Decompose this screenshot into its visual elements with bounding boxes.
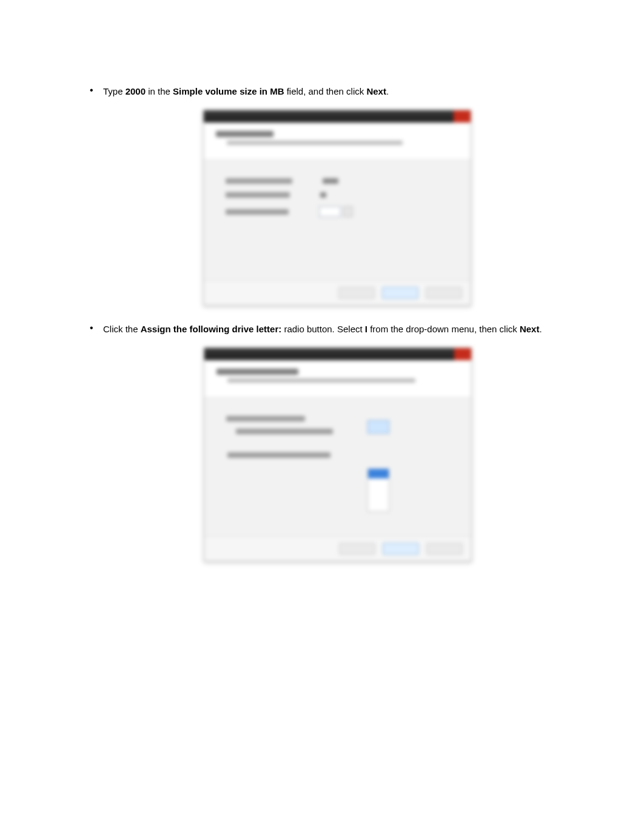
- row-label: Minimum disk space in MB:: [226, 192, 290, 198]
- cancel-button[interactable]: Cancel: [426, 287, 462, 299]
- row-label: Maximum disk space in MB:: [226, 178, 292, 184]
- drive-letter-dropdown[interactable]: I: [367, 420, 389, 512]
- bold: 2000: [126, 86, 146, 96]
- row-value: 2045: [323, 178, 338, 184]
- text: from the drop-down menu, then click: [367, 324, 520, 334]
- next-button[interactable]: Next >: [383, 543, 419, 555]
- bold: Next: [366, 86, 386, 96]
- dialog-heading: Specify Volume Size: [216, 131, 273, 137]
- dialog-titlebar: New Simple Volume Wizard: [204, 348, 471, 360]
- dropdown-list[interactable]: [367, 469, 389, 512]
- cancel-button[interactable]: Cancel: [426, 543, 463, 555]
- dialog-body: Assign the following drive letter: Mount…: [204, 398, 471, 536]
- instruction-step-2: Click the Assign the following drive let…: [73, 323, 571, 562]
- bold: Simple volume size in MB: [173, 86, 284, 96]
- spinner-icon[interactable]: [343, 206, 353, 217]
- volume-size-input[interactable]: 2000: [319, 206, 341, 217]
- text: field, and then click: [284, 86, 366, 96]
- dialog-subheading: For easier access, you can assign a driv…: [227, 378, 415, 383]
- close-icon[interactable]: [454, 348, 471, 360]
- dialog-volume-size: New Simple Volume Wizard Specify Volume …: [203, 110, 471, 306]
- radio-option[interactable]: Mount in the following empty NTFS folder…: [236, 429, 333, 434]
- radio-option[interactable]: Assign the following drive letter:: [226, 416, 305, 421]
- dropdown-highlight[interactable]: [368, 469, 389, 478]
- document-page: Type 2000 in the Simple volume size in M…: [0, 0, 644, 562]
- text: radio button. Select: [281, 324, 365, 334]
- radio-option[interactable]: Do not assign a drive letter or drive pa…: [227, 452, 330, 458]
- dialog-heading: Assign Drive Letter or Path: [216, 369, 298, 375]
- text: .: [386, 86, 389, 96]
- back-button[interactable]: < Back: [339, 543, 375, 555]
- step-2-text: Click the Assign the following drive let…: [103, 324, 542, 334]
- close-icon[interactable]: [454, 110, 471, 122]
- figure-1: New Simple Volume Wizard Specify Volume …: [103, 110, 571, 306]
- step-1-text: Type 2000 in the Simple volume size in M…: [103, 86, 389, 96]
- dropdown-selected[interactable]: I: [367, 420, 389, 434]
- next-button[interactable]: Next >: [382, 287, 418, 299]
- bold: Assign the following drive letter:: [141, 324, 282, 334]
- back-button[interactable]: < Back: [338, 287, 375, 299]
- instruction-list: Type 2000 in the Simple volume size in M…: [73, 85, 571, 562]
- text: Type: [103, 86, 126, 96]
- row-value: 8: [320, 192, 326, 198]
- dialog-header: Assign Drive Letter or Path For easier a…: [204, 360, 471, 398]
- instruction-step-1: Type 2000 in the Simple volume size in M…: [73, 85, 571, 306]
- text: Click the: [103, 324, 141, 334]
- text: in the: [146, 86, 173, 96]
- dialog-titlebar: New Simple Volume Wizard: [204, 110, 471, 122]
- dialog-header: Specify Volume Size Choose a volume size…: [204, 122, 471, 160]
- dialog-drive-letter: New Simple Volume Wizard Assign Drive Le…: [204, 347, 472, 562]
- text: .: [539, 324, 542, 334]
- figure-2: New Simple Volume Wizard Assign Drive Le…: [103, 347, 571, 562]
- dialog-subheading: Choose a volume size that is between the…: [227, 141, 403, 145]
- bold: Next: [520, 324, 540, 334]
- dialog-footer: < Back Next > Cancel: [204, 280, 471, 305]
- row-label: Simple volume size in MB:: [226, 209, 289, 215]
- dialog-body: Maximum disk space in MB: 2045 Minimum d…: [204, 160, 471, 280]
- dialog-footer: < Back Next > Cancel: [204, 536, 471, 561]
